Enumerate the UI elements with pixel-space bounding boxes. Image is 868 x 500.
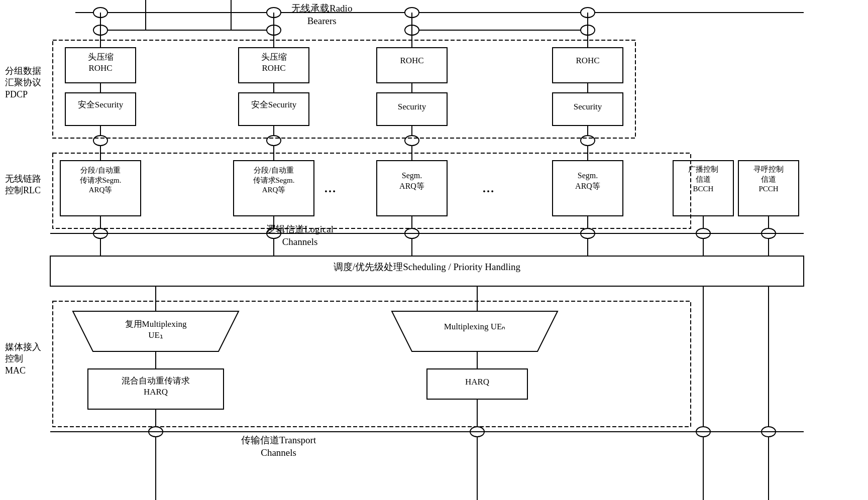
pcch-label: 寻呼控制信道PCCH [738,165,799,194]
mux1-label: 复用MultiplexingUE₁ [73,319,239,341]
mac-label: 媒体接入控制MAC [5,341,41,377]
svg-point-42 [581,136,595,146]
transport-channels-label: 传输信道TransportChannels [241,434,316,459]
dots2-label: … [482,181,494,196]
security3-label: Security [377,101,447,112]
svg-point-40 [267,136,281,146]
segm4-label: Segm.ARQ等 [553,171,623,192]
harq1-label: 混合自动重传请求HARQ [88,376,224,398]
svg-point-39 [93,136,107,146]
security4-label: Security [553,101,623,112]
harq2-label: HARQ [427,377,527,388]
segm3-label: Segm.ARQ等 [377,171,447,192]
rohc1-label: 头压缩ROHC [65,52,136,74]
bcch-label: 广播控制信道BCCH [673,165,733,194]
svg-point-41 [405,136,419,146]
diagram-svg [0,0,868,500]
security1-label: 安全Security [65,99,136,110]
rohc3-label: ROHC [377,55,447,66]
segm2-label: 分段/自动重传请求Segm.ARQ等 [234,166,314,195]
svg-rect-94 [53,40,635,138]
dots1-label: … [324,181,336,196]
mux2-label: Multiplexing UEₙ [392,321,558,332]
rlc-label: 无线链路控制RLC [5,173,41,197]
logical-channels-label: 逻辑信道LogicalChannels [266,223,334,248]
diagram: 无线承载RadioBearers 分组数据汇聚协议PDCP 头压缩ROHC 头压… [0,0,868,500]
radio-bearers-label: 无线承载RadioBearers [291,3,352,27]
pdcp-label: 分组数据汇聚协议PDCP [5,65,41,100]
security2-label: 安全Security [239,99,309,110]
rohc2-label: 头压缩ROHC [239,52,309,74]
rohc4-label: ROHC [553,55,623,66]
segm1-label: 分段/自动重传请求Segm.ARQ等 [60,166,141,195]
scheduling-label: 调度/优先级处理Scheduling / Priority Handling [50,261,804,274]
